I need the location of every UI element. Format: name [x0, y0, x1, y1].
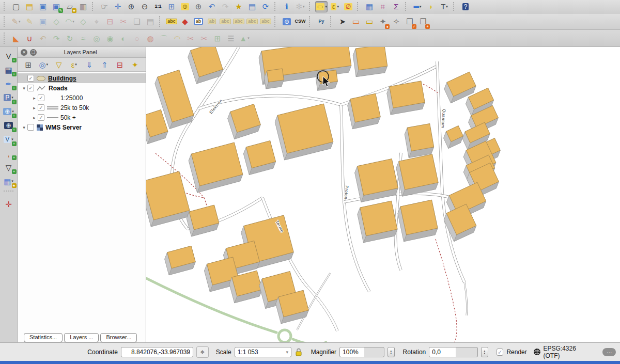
move-feature-button[interactable]: ◇ — [77, 15, 89, 28]
layer-labeling-button[interactable]: abc — [165, 15, 178, 28]
layer-item-wms-server[interactable]: ▾WMS Server — [18, 122, 146, 132]
show-hide-labels-button[interactable]: abc — [219, 15, 231, 28]
cad-tools-button[interactable]: ◣ — [10, 31, 22, 45]
panel-close-button[interactable]: ✕ — [21, 49, 27, 56]
layer-item-25k-to-50k[interactable]: ▸✓25k to 50k — [18, 103, 146, 113]
field-calculator-button[interactable]: ⌗ — [377, 1, 389, 12]
change-label-button[interactable]: abc — [259, 15, 272, 28]
composer-manager-button[interactable]: ▥ — [77, 1, 89, 12]
dock-tab-browser[interactable]: Browser... — [100, 333, 137, 342]
expander-icon[interactable]: ▸ — [31, 105, 38, 110]
current-edits-button-dropdown[interactable]: ▾ — [19, 20, 21, 24]
manage-visibility-button[interactable]: ◎▾ — [38, 59, 49, 70]
layer-item-50k-[interactable]: ▸✓50k + — [18, 113, 146, 122]
render-checkbox[interactable]: ✓ — [497, 349, 504, 356]
zoom-to-layer-button[interactable]: ⊕ — [192, 1, 205, 12]
redo-button[interactable]: ↷ — [50, 31, 63, 45]
zoom-in-button[interactable]: ⊕ — [125, 1, 137, 12]
new-memory-layer-button-dropdown[interactable]: ▾ — [11, 179, 13, 183]
metasearch-button[interactable]: ⊕ — [281, 15, 293, 28]
add-group-button[interactable]: ⊞ — [23, 59, 34, 70]
expression-filter-button-dropdown[interactable]: ▾ — [75, 62, 77, 67]
new-memory-layer-button[interactable]: ▦★▾ — [2, 175, 16, 187]
add-wfs-layer-button-dropdown[interactable]: ▾ — [11, 137, 13, 141]
help-button[interactable]: ? — [459, 1, 472, 12]
expander-icon[interactable]: ▾ — [21, 86, 27, 91]
split-parts-button[interactable]: ✂ — [198, 31, 210, 45]
add-wcs-layer-button[interactable]: ⊕+ — [2, 119, 16, 132]
node-tool-button[interactable]: ⌖ — [90, 15, 103, 28]
rotation-input[interactable]: 0,0 — [429, 347, 478, 357]
select-rectangle-plugin-button[interactable]: ▭ — [350, 15, 362, 28]
measure-button[interactable]: ═▾ — [411, 1, 424, 12]
select-features-button-dropdown[interactable]: ▾ — [325, 5, 327, 9]
delete-part-button[interactable]: ◍ — [144, 31, 157, 45]
snapping-magnet-button[interactable]: ∪ — [23, 31, 36, 45]
messages-icon[interactable]: … — [602, 348, 616, 356]
current-edits-button[interactable]: ✎▾ — [10, 15, 22, 28]
offset-curve-button[interactable]: ◠ — [171, 31, 183, 45]
zoom-full-button[interactable]: ⊞ — [165, 1, 178, 12]
select-by-expression-button[interactable]: ε▾ — [329, 1, 341, 12]
identify-features-button[interactable]: ℹ — [281, 1, 293, 12]
deselect-all-button[interactable]: ∅ — [342, 1, 354, 12]
zoom-native-button[interactable]: 1:1 — [152, 1, 164, 12]
capture-coordinate-button[interactable]: ✛ — [2, 198, 16, 210]
map-tips-button[interactable]: ◗ — [425, 1, 437, 12]
manage-visibility-button-dropdown[interactable]: ▾ — [47, 62, 49, 67]
measure-button-dropdown[interactable]: ▾ — [420, 5, 422, 9]
panel-float-button[interactable]: ❐ — [30, 49, 37, 56]
remove-layer-button[interactable]: ⊟ — [114, 59, 126, 70]
add-delimited-text-layer-button[interactable]: ,+ — [2, 147, 16, 160]
coordinate-input[interactable] — [121, 347, 193, 357]
rotation-stepper[interactable]: ▴▾ — [481, 347, 488, 357]
layer-checkbox[interactable] — [27, 124, 34, 131]
rotate-point-symbols-button[interactable]: ▲▾ — [238, 31, 251, 45]
chevron-down-icon[interactable]: ▾ — [282, 350, 288, 355]
open-attribute-table-button[interactable]: ▦ — [363, 1, 376, 12]
expand-all-button[interactable]: ⇓ — [84, 59, 95, 70]
magic-wand2-plugin-button[interactable]: ✧ — [390, 15, 402, 28]
merge-features-button[interactable]: ⊞ — [211, 31, 224, 45]
statistical-summary-button[interactable]: Σ — [390, 1, 402, 12]
add-spatialite-layer-button[interactable]: ✒+ — [2, 77, 16, 90]
rotate-feature-button[interactable]: ↻ — [64, 31, 76, 45]
select-features-button[interactable]: ▭▾ — [315, 1, 328, 12]
python-console-button[interactable]: Py — [315, 15, 328, 28]
zoom-last-button[interactable]: ↶ — [206, 1, 218, 12]
run-feature-action-button[interactable]: ✻▾ — [294, 1, 306, 12]
add-postgis-layer-button-dropdown[interactable]: ▾ — [11, 96, 13, 100]
scale-combobox[interactable]: 1:1 053 ▾ — [235, 347, 291, 357]
crs-status-button[interactable]: EPSG:4326 (OTF) — [530, 346, 597, 358]
text-annotation-button-dropdown[interactable]: ▾ — [446, 5, 448, 9]
layer-item-buildings[interactable]: ✓Buildings — [18, 73, 146, 83]
filter-legend-button[interactable]: ▽ — [53, 59, 65, 70]
reshape-features-button[interactable]: ⌒ — [158, 31, 170, 45]
zoom-out-button[interactable]: ⊖ — [138, 1, 151, 12]
dock-tab-layers[interactable]: Layers ... — [64, 333, 99, 342]
layer-checkbox[interactable]: ✓ — [38, 114, 44, 121]
rotate-point-symbols-button-dropdown[interactable]: ▾ — [247, 36, 250, 40]
add-wms-layer-button-dropdown[interactable]: ▾ — [12, 109, 14, 114]
add-raster-layer-button[interactable]: ▦+ — [2, 64, 16, 76]
add-wms-layer-button[interactable]: ⊕+▾ — [2, 105, 16, 118]
magnifier-input[interactable]: 100% — [339, 347, 384, 357]
add-feature-button[interactable]: ◇ — [50, 15, 63, 28]
run-feature-action-button-dropdown[interactable]: ▾ — [303, 5, 305, 9]
merge-attributes-button[interactable]: ☰ — [225, 31, 237, 45]
add-vector-layer-button[interactable]: V+ — [2, 50, 16, 62]
paste-features-button[interactable]: ▤ — [144, 15, 157, 28]
layer-item-roads[interactable]: ▾✓Roads — [18, 83, 146, 93]
style-book-add-button[interactable]: ❒+ — [417, 15, 429, 28]
expander-icon[interactable]: ▾ — [21, 125, 27, 130]
save-project-as-button[interactable]: ▣✎ — [50, 1, 63, 12]
cut-features-button[interactable]: ✂ — [117, 15, 130, 28]
split-features-button[interactable]: ✂ — [184, 31, 197, 45]
rotate-label-button[interactable]: abc — [246, 15, 258, 28]
layer-styling-button[interactable]: ◆ — [179, 15, 191, 28]
pan-to-selection-button[interactable]: ✛ — [112, 1, 124, 12]
text-annotation-button[interactable]: T▾ — [438, 1, 451, 12]
add-ring-button[interactable]: ◎ — [90, 31, 103, 45]
new-bookmark-button[interactable]: ★ — [233, 1, 245, 12]
new-project-button[interactable]: ▢ — [10, 1, 22, 12]
